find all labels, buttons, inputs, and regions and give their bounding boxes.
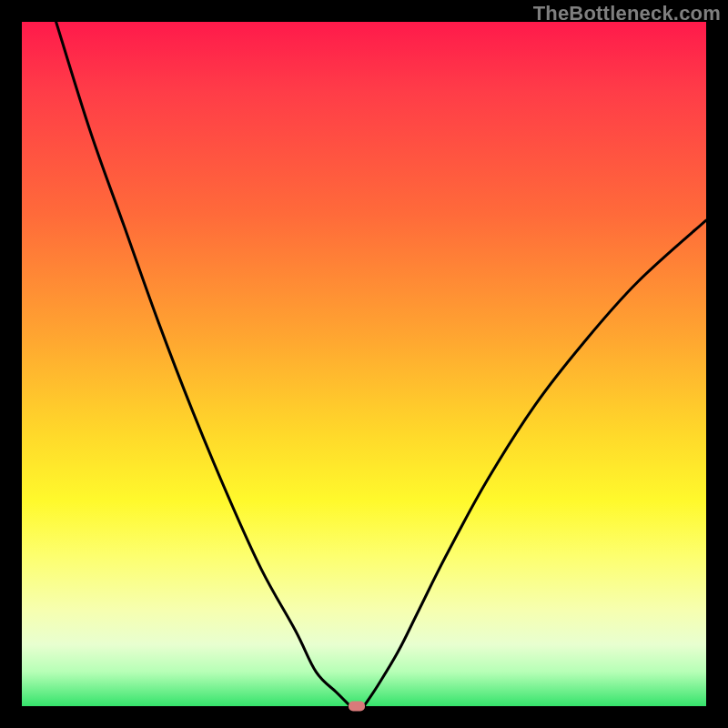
plot-area [22,22,706,706]
curve-path [56,22,706,706]
bottleneck-curve [22,22,706,706]
watermark-text: TheBottleneck.com [533,2,721,25]
chart-frame: TheBottleneck.com [0,0,728,728]
balance-point-marker [349,702,365,712]
